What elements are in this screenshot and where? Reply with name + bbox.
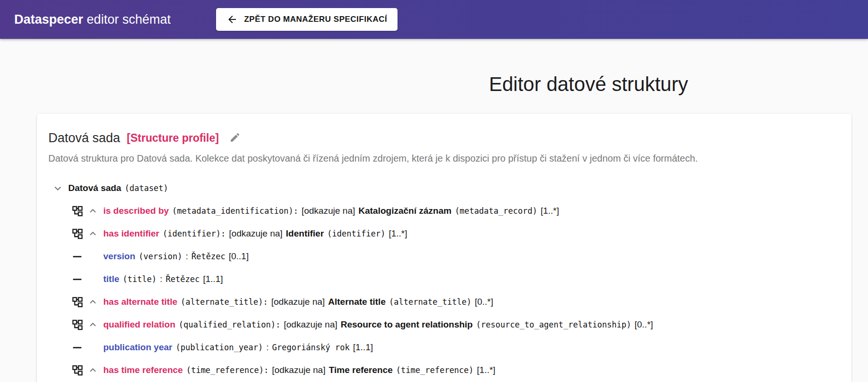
root-technical-name: (dataset) [125,183,168,193]
attribute-datatype: Gregoriánský rok [272,343,350,352]
association-technical: (time_reference): [186,365,269,375]
attribute-cardinality: [1..1] [353,342,373,353]
association-link-text: [odkazuje na] [284,319,337,330]
association-cardinality: [1..*] [477,365,496,375]
tree-row-root: Datová sada (dataset) [48,177,840,200]
attribute-cardinality: [1..1] [203,274,223,284]
attribute-datatype: Řetězec [166,274,200,284]
association-technical: (alternate_title): [181,297,268,307]
schema-tree: Datová sada (dataset) is described by (m… [48,177,840,382]
association-target: Resource to agent relationship [341,319,473,330]
association-cardinality: [1..*] [389,228,407,239]
data-structure-card: Datová sada [Structure profile] Datová s… [37,114,851,382]
association-target: Identifier [286,228,324,239]
hierarchy-icon [71,365,83,376]
edit-structure-button[interactable] [229,132,241,145]
tree-row-association: has time reference (time_reference): [od… [48,359,840,382]
tree-row-association: has identifier (identifier): [odkazuje n… [48,222,840,245]
back-arrow-icon [226,14,238,25]
back-to-specification-manager-button[interactable]: ZPĚT DO MANAŽERU SPECIFIKACÍ [216,8,398,31]
attribute-cardinality: [0..1] [229,251,249,262]
association-label[interactable]: has time reference [103,365,183,375]
chevron-up-icon[interactable] [87,365,99,375]
attribute-label[interactable]: version [103,251,136,262]
chevron-up-icon[interactable] [87,297,99,307]
chevron-down-icon[interactable] [52,182,63,194]
structure-profile-tag: [Structure profile] [127,132,219,145]
attribute-technical: (version) [139,252,182,261]
back-button-label: ZPĚT DO MANAŽERU SPECIFIKACÍ [244,15,387,24]
association-target-technical: (metadata_record) [455,206,537,216]
association-link-text: [odkazuje na] [272,365,326,375]
association-label[interactable]: has identifier [103,228,159,239]
association-link-text: [odkazuje na] [271,297,325,307]
edit-pencil-icon [229,132,241,145]
association-label[interactable]: is described by [103,206,169,216]
attribute-label[interactable]: title [103,274,119,284]
tree-row-association: qualified relation (qualified_relation):… [48,313,840,336]
tree-row-attribute: title (title) : Řetězec [1..1] [48,268,840,291]
association-target: Katalogizační záznam [358,206,451,216]
root-class-label[interactable]: Datová sada [68,183,121,193]
chevron-up-icon[interactable] [87,319,99,330]
association-link-text: [odkazuje na] [229,228,282,239]
page-title: Editor datové struktury [489,73,688,96]
tree-row-attribute: version (version) : Řetězec [0..1] [48,245,840,268]
attribute-dash-icon [71,279,83,280]
association-technical: (metadata_identification): [172,206,298,216]
attribute-separator: : [266,342,269,353]
association-target: Time reference [329,365,393,375]
attribute-separator: : [160,274,162,284]
hierarchy-icon [71,297,83,308]
attribute-label[interactable]: publication year [103,342,172,353]
attribute-datatype: Řetězec [191,252,226,261]
card-title-row: Datová sada [Structure profile] [48,131,840,146]
structure-description: Datová struktura pro Datová sada. Kolekc… [48,152,840,164]
app-bar: Dataspecer editor schémat ZPĚT DO MANAŽE… [0,0,868,39]
association-cardinality: [1..*] [541,206,559,216]
tree-row-association: has alternate title (alternate_title): [… [48,291,840,313]
association-target-technical: (identifier) [327,229,386,238]
app-title-brand: Dataspecer [14,12,83,27]
hierarchy-icon [71,206,83,217]
hierarchy-icon [71,228,83,239]
association-technical: (identifier): [163,229,226,238]
structure-title: Datová sada [48,131,120,146]
attribute-dash-icon [71,256,83,257]
association-target-technical: (time_reference) [396,365,474,375]
attribute-technical: (title) [123,274,157,284]
association-cardinality: [0..*] [475,297,493,307]
association-target-technical: (alternate_title) [389,297,471,307]
association-label[interactable]: has alternate title [103,297,177,307]
hierarchy-icon [71,319,83,330]
chevron-up-icon[interactable] [87,228,99,239]
attribute-dash-icon [71,347,83,348]
association-target-technical: (resource_to_agent_relationship) [476,320,632,329]
tree-row-association: is described by (metadata_identification… [48,200,840,222]
tree-row-attribute: publication year (publication_year) : Gr… [48,336,840,359]
association-label[interactable]: qualified relation [103,319,175,330]
attribute-separator: : [186,251,188,262]
app-title: Dataspecer editor schémat [14,12,171,27]
association-cardinality: [0..*] [634,319,653,330]
chevron-up-icon[interactable] [87,206,99,216]
attribute-technical: (publication_year) [176,343,263,352]
app-title-suffix: editor schémat [83,12,171,27]
association-target: Alternate title [328,297,386,307]
association-link-text: [odkazuje na] [301,206,355,216]
association-technical: (qualified_relation): [179,320,280,329]
